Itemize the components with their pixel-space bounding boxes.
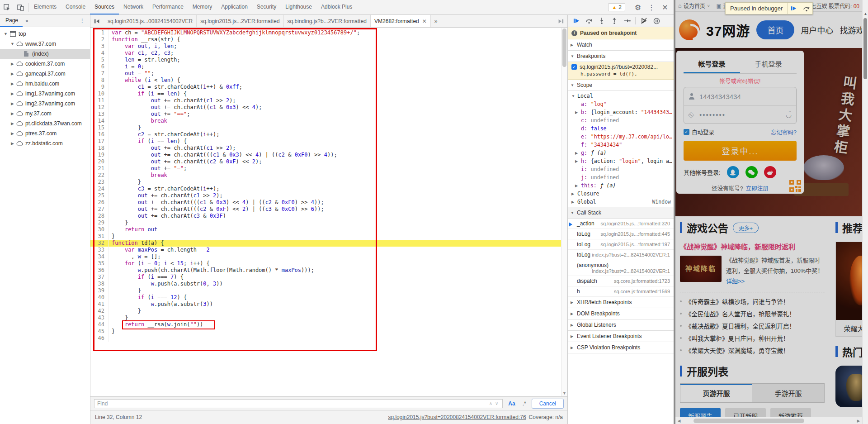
- close-devtools-icon[interactable]: ✕: [658, 3, 672, 12]
- line-number[interactable]: 10: [90, 91, 108, 97]
- devtools-tab-adblock-plus[interactable]: Adblock Plus: [316, 0, 357, 14]
- line-number[interactable]: 46: [90, 335, 108, 342]
- hide-navigator-icon[interactable]: [90, 15, 104, 27]
- tree-item-hm.baidu.com[interactable]: ▶hm.baidu.com: [0, 79, 90, 89]
- more-options-icon[interactable]: ⋮: [645, 3, 658, 12]
- line-number[interactable]: 30: [90, 226, 108, 233]
- line-number[interactable]: 43: [90, 314, 108, 321]
- line-number[interactable]: 45: [90, 328, 108, 335]
- close-tab-icon[interactable]: ✕: [422, 18, 427, 24]
- pause-on-exceptions-icon[interactable]: [651, 16, 662, 26]
- tree-item-gameapi.37.com[interactable]: ▶gameapi.37.com: [0, 69, 90, 79]
- devtools-tab-security[interactable]: Security: [252, 0, 281, 14]
- find-input[interactable]: Find ∧ ∨: [94, 399, 503, 408]
- scope-var-a[interactable]: a:"log": [568, 100, 674, 108]
- stack-frame-anonymous[interactable]: (anonymous)index.js?bust=2...824154002VE…: [568, 260, 674, 276]
- login-submit-button[interactable]: 登录中...: [684, 141, 797, 161]
- nav-find-games[interactable]: 找游戏: [840, 24, 862, 36]
- section-scope[interactable]: ▼ Scope: [568, 80, 674, 91]
- sidebar-menu-icon[interactable]: ⋮: [75, 18, 90, 24]
- regex-button[interactable]: .*: [521, 400, 528, 407]
- line-number[interactable]: 29: [90, 219, 108, 226]
- pill-step-over-icon[interactable]: [800, 3, 812, 14]
- vscroll-thumb[interactable]: [863, 18, 867, 79]
- show-debugger-icon[interactable]: [554, 15, 567, 27]
- devtools-tab-performance[interactable]: Performance: [148, 0, 188, 14]
- weibo-login-icon[interactable]: [764, 166, 776, 178]
- page-vertical-scrollbar[interactable]: ▲: [862, 0, 868, 424]
- line-number[interactable]: 28: [90, 213, 108, 219]
- tab-page[interactable]: Page: [0, 15, 23, 27]
- line-number[interactable]: 21: [90, 165, 108, 172]
- devtools-tab-lighthouse[interactable]: Lighthouse: [281, 0, 316, 14]
- register-link[interactable]: 立即注册: [746, 184, 769, 192]
- settings-gear-icon[interactable]: ⚙: [631, 3, 645, 12]
- scope-var-f[interactable]: f:"34343434": [568, 141, 674, 149]
- tree-item-img2.37wanimg.com[interactable]: ▶img2.37wanimg.com: [0, 99, 90, 109]
- line-number[interactable]: 24: [90, 186, 108, 192]
- server-filter-1[interactable]: 已开新服: [725, 408, 766, 417]
- code-editor[interactable]: 1var ch = "ABCDEFGHIJKLMNOPQRSTUVWXYZabc…: [90, 28, 561, 396]
- news-list-item[interactable]: 《传奇霸主》纵横沙场，问谁与争锋！: [680, 295, 825, 307]
- step-into-icon[interactable]: [596, 16, 608, 26]
- source-file-link[interactable]: sq.login2015.js?bust=20200824154002VER:f…: [388, 414, 526, 420]
- qr-login-icon[interactable]: [789, 180, 801, 192]
- line-number[interactable]: 27: [90, 206, 108, 213]
- auto-login-checkbox[interactable]: ✓: [684, 129, 689, 135]
- devtools-tab-application[interactable]: Application: [217, 0, 252, 14]
- stack-frame-source[interactable]: index.js?bust=2...824154002VER:1: [592, 268, 670, 274]
- line-number[interactable]: 39: [90, 287, 108, 294]
- inspect-element-icon[interactable]: [0, 0, 14, 14]
- line-number[interactable]: 13: [90, 111, 108, 118]
- find-next-icon[interactable]: ∨: [494, 401, 500, 406]
- line-number[interactable]: 37: [90, 274, 108, 281]
- resume-button[interactable]: [571, 16, 582, 26]
- line-number[interactable]: 22: [90, 172, 108, 179]
- tree-item-my.37.com[interactable]: ▶my.37.com: [0, 109, 90, 119]
- scope-var-h[interactable]: ▶h:{action: "login", login_a…: [568, 157, 674, 165]
- line-number[interactable]: 41: [90, 301, 108, 308]
- tab-phone-login[interactable]: 手机登录: [740, 56, 797, 73]
- deactivate-breakpoints-icon[interactable]: [638, 16, 650, 26]
- password-input[interactable]: ⚿ •••••••• ◡̈: [684, 105, 796, 124]
- stack-frame-dispatch[interactable]: dispatchsq.core.js:formatted:1723: [568, 276, 674, 286]
- stack-frame-source[interactable]: index.js?bust=2...824154002VER:1: [592, 252, 670, 257]
- line-number[interactable]: 42: [90, 308, 108, 314]
- line-number[interactable]: 8: [90, 77, 108, 84]
- scope-var-c[interactable]: c:undefined: [568, 116, 674, 124]
- hscroll-thumb[interactable]: [693, 419, 804, 423]
- line-number[interactable]: 25: [90, 192, 108, 199]
- scope-var-j[interactable]: j:undefined: [568, 173, 674, 181]
- tree-item-index[interactable]: (index): [0, 49, 90, 59]
- section-dom-breakpoints[interactable]: ▶DOM Breakpoints: [568, 308, 674, 319]
- hot-game-icon[interactable]: [835, 366, 862, 407]
- section-xhr-fetch-breakpoints[interactable]: ▶XHR/fetch Breakpoints: [568, 297, 674, 308]
- step-icon[interactable]: [621, 16, 633, 26]
- section-global-listeners[interactable]: ▶Global Listeners: [568, 319, 674, 331]
- line-number[interactable]: 6: [90, 63, 108, 70]
- line-number[interactable]: 11: [90, 97, 108, 104]
- stack-frame-source[interactable]: sq.login2015.js...:formatted:320: [601, 221, 670, 226]
- page-horizontal-scrollbar[interactable]: ◀ ▶: [675, 417, 862, 424]
- stack-frame-source[interactable]: sq.login2015.js...:formatted:445: [601, 231, 670, 237]
- line-number[interactable]: 3: [90, 43, 108, 50]
- line-number[interactable]: 19: [90, 152, 108, 158]
- line-number[interactable]: 44: [90, 321, 108, 328]
- stack-frame-toLog[interactable]: toLogsq.login2015.js...:formatted:197: [568, 239, 674, 250]
- site-logo-text[interactable]: 37网游: [706, 20, 750, 40]
- show-password-icon[interactable]: ◡̈: [786, 111, 792, 119]
- account-input[interactable]: 14434343434: [684, 87, 796, 105]
- line-number[interactable]: 18: [90, 145, 108, 152]
- line-number[interactable]: 12: [90, 104, 108, 111]
- devtools-tab-console[interactable]: Console: [61, 0, 90, 14]
- server-tab-0[interactable]: 页游开服: [680, 384, 752, 402]
- stack-frame-source[interactable]: sq.login2015.js...:formatted:197: [601, 242, 670, 247]
- section-csp-violation-breakpoints[interactable]: ▶CSP Violation Breakpoints: [568, 342, 674, 353]
- nav-home[interactable]: 首页: [756, 20, 794, 39]
- scrollbar-down-arrow[interactable]: ▼: [562, 391, 567, 395]
- line-number[interactable]: 7: [90, 70, 108, 77]
- section-event-listener-breakpoints[interactable]: ▶Event Listener Breakpoints: [568, 331, 674, 342]
- line-number[interactable]: 1: [90, 29, 108, 36]
- line-number[interactable]: 17: [90, 138, 108, 145]
- stack-frame-source[interactable]: sq.core.js:formatted:1723: [614, 278, 670, 284]
